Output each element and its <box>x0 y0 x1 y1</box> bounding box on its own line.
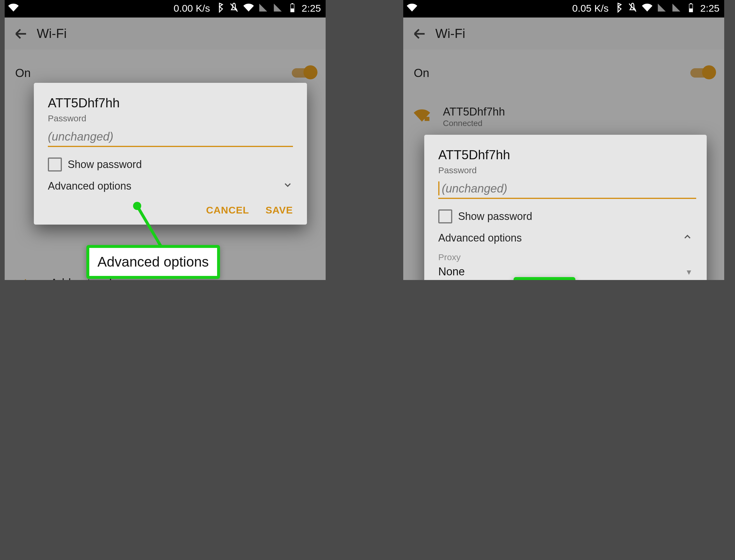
wifi-indicator-icon <box>5 2 19 15</box>
signal-icon <box>642 2 652 15</box>
plus-icon: + <box>21 274 50 280</box>
app-bar: Wi-Fi <box>5 17 325 50</box>
mute-icon <box>627 2 638 15</box>
wifi-dialog: ATT5Dhf7hh Password Show password Advanc… <box>34 83 307 225</box>
show-password-checkbox[interactable] <box>48 157 62 171</box>
sim2-icon <box>671 2 682 15</box>
clock: 2:25 <box>700 3 720 15</box>
connected-network-row[interactable]: ATT5Dhf7hh Connected <box>403 99 724 134</box>
battery-icon <box>686 2 696 15</box>
status-bar: 0.00 K/s 2:25 <box>5 0 325 17</box>
data-rate: 0.00 K/s <box>174 3 210 15</box>
dialog-ssid: ATT5Dhf7hh <box>438 148 693 163</box>
mute-icon <box>229 2 239 15</box>
password-label: Password <box>48 113 293 123</box>
clock: 2:25 <box>302 3 321 15</box>
signal-icon <box>243 2 254 15</box>
save-button[interactable]: SAVE <box>265 205 293 216</box>
wifi-toggle[interactable] <box>292 68 315 78</box>
sim1-icon <box>258 2 268 15</box>
callout-anchor-dot <box>133 202 141 210</box>
advanced-options-label: Advanced options <box>48 180 131 193</box>
page-title: Wi-Fi <box>435 26 466 41</box>
wifi-dialog: ATT5Dhf7hh Password Show password Advanc… <box>424 135 707 280</box>
status-bar: 0.05 K/s 2:25 <box>403 0 724 17</box>
data-rate: 0.05 K/s <box>572 3 609 15</box>
proxy-label: Proxy <box>438 252 693 262</box>
network-status: Connected <box>443 118 505 128</box>
show-password-row[interactable]: Show password <box>48 157 293 171</box>
password-label: Password <box>438 165 693 175</box>
chevron-down-icon <box>282 180 293 193</box>
show-password-label: Show password <box>68 158 142 171</box>
cancel-button[interactable]: CANCEL <box>206 205 249 216</box>
password-input[interactable] <box>48 128 293 147</box>
chevron-up-icon <box>682 232 693 245</box>
show-password-label: Show password <box>458 210 532 223</box>
advanced-options-label: Advanced options <box>438 232 522 244</box>
advanced-options-row[interactable]: Advanced options <box>438 229 693 247</box>
advanced-options-row[interactable]: Advanced options <box>48 177 293 195</box>
sim1-icon <box>657 2 667 15</box>
battery-icon <box>287 2 297 15</box>
bluetooth-icon <box>214 2 225 15</box>
password-input[interactable] <box>438 180 696 199</box>
svg-rect-9 <box>425 117 429 121</box>
phone-right: 0.05 K/s 2:25 Wi-Fi On <box>403 0 724 280</box>
dialog-ssid: ATT5Dhf7hh <box>48 96 293 111</box>
text-cursor <box>438 181 440 195</box>
callout-dhcp: DHCP <box>514 277 575 280</box>
show-password-checkbox[interactable] <box>438 209 452 223</box>
wifi-toggle[interactable] <box>690 68 714 78</box>
wifi-toggle-label: On <box>414 66 690 80</box>
show-password-row[interactable]: Show password <box>438 209 693 223</box>
wifi-toggle-label: On <box>15 66 292 80</box>
network-ssid: ATT5Dhf7hh <box>443 106 505 118</box>
page-title: Wi-Fi <box>37 26 67 41</box>
app-bar: Wi-Fi <box>403 17 724 50</box>
wifi-lock-icon <box>414 107 443 126</box>
proxy-value: None <box>438 265 465 278</box>
back-icon[interactable] <box>5 26 37 41</box>
caret-down-icon: ▼ <box>685 267 693 276</box>
wifi-indicator-icon <box>403 2 417 15</box>
svg-line-12 <box>137 206 162 249</box>
bluetooth-icon <box>613 2 623 15</box>
back-icon[interactable] <box>403 26 435 41</box>
sim2-icon <box>272 2 283 15</box>
callout-advanced-options: Advanced options <box>86 245 220 279</box>
wifi-toggle-row: On <box>403 55 724 90</box>
